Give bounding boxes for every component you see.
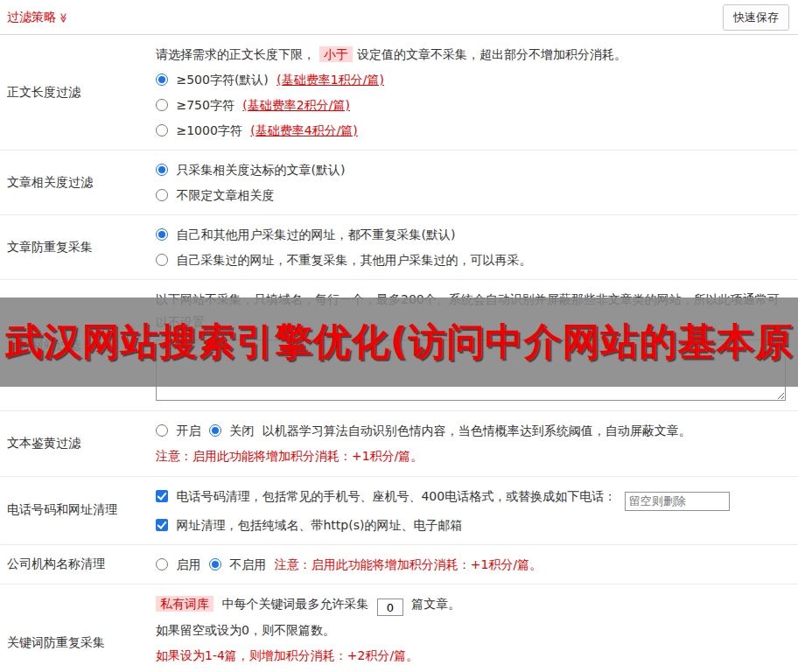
watermark-overlay: 武汉网站搜索引擎优化(访问中介网站的基本原 (0, 298, 798, 387)
radio-porn-off[interactable] (209, 424, 221, 437)
radio-dedup-self-only[interactable] (156, 254, 168, 266)
relevance-option-strict-text: 只采集相关度达标的文章(默认) (176, 163, 345, 177)
porn-option-off[interactable]: 关闭 (209, 424, 258, 438)
keyword-limit-text: 中每个关键词最多允许采集 (221, 597, 368, 611)
dedup-option-all-users[interactable]: 自己和其他用户采集过的网址，都不重复采集(默认) (156, 223, 791, 246)
company-option-on[interactable]: 启用 (156, 557, 205, 571)
private-lexicon-highlight: 私有词库 (156, 596, 214, 612)
row-company-clean: 公司机构名称清理 启用 不启用 注意：启用此功能将增加积分消耗：+1积分/篇。 (0, 545, 798, 584)
page-title-text: 过滤策略 (7, 10, 56, 24)
dedup-option-self-only[interactable]: 自己采集过的网址，不重复采集，其他用户采集过的，可以再采。 (156, 248, 791, 271)
porn-option-on[interactable]: 开启 (156, 424, 205, 438)
phone-clean-option[interactable]: 电话号码清理，包括常见的手机号、座机号、400电话格式，或替换成如下电话： (156, 485, 791, 511)
intro-text-pre: 请选择需求的正文长度下限， (156, 47, 315, 61)
company-clean-label: 公司机构名称清理 (0, 545, 156, 584)
dedup-option-self-only-text: 自己采集过的网址，不重复采集，其他用户采集过的，可以再采。 (176, 253, 531, 267)
length-option-1000[interactable]: ≥1000字符 (基础费率4积分/篇) (156, 119, 791, 142)
porn-filter-label: 文本鉴黄过滤 (0, 411, 156, 476)
keyword-limit-suffix: 篇文章。 (411, 597, 460, 611)
length-option-1000-cost: (基础费率4积分/篇) (250, 123, 358, 137)
intro-text-post: 设定值的文章不采集，超出部分不增加积分消耗。 (357, 47, 626, 61)
relevance-filter-label: 文章相关度过滤 (0, 150, 156, 214)
row-phone-url-clean: 电话号码和网址清理 电话号码清理，包括常见的手机号、座机号、400电话格式，或替… (0, 477, 798, 545)
company-option-off-text: 不启用 (229, 557, 266, 571)
porn-filter-warning: 注意：启用此功能将增加积分消耗：+1积分/篇。 (156, 444, 791, 467)
radio-relevance-any[interactable] (156, 189, 168, 201)
length-filter-label: 正文长度过滤 (0, 35, 156, 150)
replacement-phone-input[interactable] (625, 492, 730, 511)
url-clean-option[interactable]: 网址清理，包括纯域名、带http(s)的网址、电子邮箱 (156, 514, 791, 536)
length-option-750-cost: (基础费率2积分/篇) (242, 98, 350, 112)
length-filter-intro: 请选择需求的正文长度下限，小于设定值的文章不采集，超出部分不增加积分消耗。 (156, 43, 791, 66)
checkbox-url-clean[interactable] (156, 519, 168, 531)
radio-750-chars[interactable] (156, 99, 168, 111)
relevance-option-strict[interactable]: 只采集相关度达标的文章(默认) (156, 158, 791, 181)
keyword-dedup-label: 关键词防重复采集 (0, 584, 156, 672)
radio-company-on[interactable] (156, 558, 168, 570)
keyword-note-unlimited: 如果留空或设为0，则不限篇数。 (156, 619, 791, 641)
row-dedup-filter: 文章防重复采集 自己和其他用户采集过的网址，都不重复采集(默认) 自己采集过的网… (0, 215, 798, 280)
radio-1000-chars[interactable] (156, 124, 168, 136)
row-relevance-filter: 文章相关度过滤 只采集相关度达标的文章(默认) 不限定文章相关度 (0, 150, 798, 215)
length-option-500-text: ≥500字符(默认) (176, 73, 268, 87)
chevron-down-icon: ≫ (58, 12, 69, 23)
company-clean-warning: 注意：启用此功能将增加积分消耗：+1积分/篇。 (275, 557, 542, 571)
dedup-option-all-users-text: 自己和其他用户采集过的网址，都不重复采集(默认) (176, 228, 455, 242)
porn-option-off-text: 关闭 (229, 424, 254, 438)
porn-filter-desc: 以机器学习算法自动识别色情内容，当色情概率达到系统阈值，自动屏蔽文章。 (262, 424, 691, 438)
watermark-text: 武汉网站搜索引擎优化(访问中介网站的基本原 (0, 317, 794, 368)
row-porn-filter: 文本鉴黄过滤 开启 关闭 以机器学习算法自动识别色情内容，当色情概率达到系统阈值… (0, 411, 798, 477)
checkbox-phone-clean[interactable] (156, 490, 168, 502)
filter-settings-page: 过滤策略≫ 快速保存 正文长度过滤 请选择需求的正文长度下限，小于设定值的文章不… (0, 0, 798, 672)
relevance-option-any-text: 不限定文章相关度 (176, 188, 274, 202)
radio-500-chars[interactable] (156, 74, 168, 86)
radio-company-off[interactable] (209, 558, 221, 570)
length-option-1000-text: ≥1000字符 (176, 123, 242, 137)
filter-strategy-toggle[interactable]: 过滤策略≫ (7, 10, 69, 25)
company-option-on-text: 启用 (176, 557, 200, 571)
max-articles-input[interactable] (377, 598, 403, 616)
phone-url-clean-label: 电话号码和网址清理 (0, 477, 156, 544)
keyword-note-cost: 如果设为1-4篇，则增加积分消耗：+2积分/篇。 (156, 644, 791, 667)
dedup-filter-label: 文章防重复采集 (0, 215, 156, 279)
relevance-option-any[interactable]: 不限定文章相关度 (156, 184, 791, 206)
url-clean-text: 网址清理，包括纯域名、带http(s)的网址、电子邮箱 (176, 518, 462, 532)
company-option-off[interactable]: 不启用 (209, 557, 270, 571)
length-option-750[interactable]: ≥750字符 (基础费率2积分/篇) (156, 94, 791, 116)
radio-porn-on[interactable] (156, 424, 168, 437)
quick-save-button[interactable]: 快速保存 (723, 4, 789, 31)
less-than-highlight: 小于 (319, 46, 353, 62)
length-option-500[interactable]: ≥500字符(默认) (基础费率1积分/篇) (156, 68, 791, 91)
page-header: 过滤策略≫ 快速保存 (0, 0, 798, 35)
length-option-500-cost: (基础费率1积分/篇) (276, 73, 384, 87)
length-option-750-text: ≥750字符 (176, 98, 234, 112)
row-keyword-dedup: 关键词防重复采集 私有词库 中每个关键词最多允许采集 篇文章。 如果留空或设为0… (0, 584, 798, 672)
porn-option-on-text: 开启 (176, 424, 200, 438)
radio-relevance-strict[interactable] (156, 164, 168, 176)
row-length-filter: 正文长度过滤 请选择需求的正文长度下限，小于设定值的文章不采集，超出部分不增加积… (0, 35, 798, 150)
phone-clean-text: 电话号码清理，包括常见的手机号、座机号、400电话格式，或替换成如下电话： (176, 489, 616, 503)
radio-dedup-all-users[interactable] (156, 228, 168, 241)
